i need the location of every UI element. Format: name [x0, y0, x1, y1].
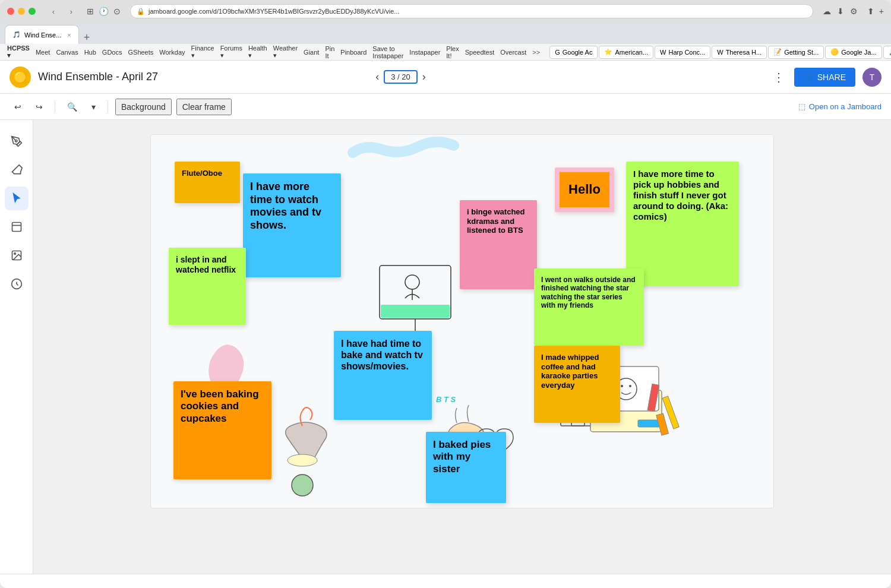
- canvas-area[interactable]: B T S 𝄞𝄞: [33, 120, 891, 574]
- bookmark-google-ja-label: Google Ja...: [841, 49, 876, 56]
- app-toolbar: 🟡 Wind Ensemble - April 27 ‹ 3 / 20 › ⋮ …: [0, 61, 891, 94]
- menu-instapaper[interactable]: Instapaper: [407, 49, 443, 56]
- open-jamboard-button[interactable]: ⬚ Open on a Jamboard: [798, 102, 881, 111]
- sticky-baked-pies[interactable]: I baked pies with my sister: [426, 432, 506, 503]
- menu-pinit[interactable]: Pin It: [323, 45, 337, 59]
- minimize-button[interactable]: [18, 8, 25, 15]
- bookmark-google-ja[interactable]: 🟡 Google Ja...: [825, 46, 881, 59]
- bookmark-wind-ense-icon: 🎵: [889, 48, 891, 56]
- svg-rect-5: [380, 265, 451, 319]
- tab-close-icon[interactable]: ×: [67, 31, 71, 39]
- window: ‹ › ⊞ 🕐 ⊙ 🔒 jamboard.google.com/d/1O9bcf…: [0, 0, 891, 588]
- menu-weather[interactable]: Weather ▾: [271, 45, 300, 59]
- reader-icon[interactable]: ⊙: [113, 7, 121, 16]
- menu-workday[interactable]: Workday: [157, 49, 187, 56]
- select-tool[interactable]: [5, 186, 29, 210]
- settings-icon[interactable]: ⚙: [850, 7, 858, 16]
- bottom-bar: [0, 574, 891, 588]
- traffic-lights: [7, 8, 36, 15]
- new-tab-button[interactable]: +: [84, 31, 90, 44]
- bookmark-theresa[interactable]: W Theresa H...: [712, 46, 767, 59]
- draw-toolbar: ↩ ↪ 🔍 ▾ Background Clear frame ⬚ Open on…: [0, 94, 891, 120]
- forward-button[interactable]: ›: [63, 5, 80, 18]
- history-icon[interactable]: 🕐: [99, 7, 109, 16]
- menu-pinboard[interactable]: Pinboard: [338, 49, 369, 56]
- page-indicator[interactable]: 3 / 20: [384, 70, 418, 84]
- main-content: B T S 𝄞𝄞: [0, 120, 891, 574]
- menu-hub[interactable]: Hub: [82, 49, 99, 56]
- sticky-bake-watch[interactable]: I have had time to bake and watch tv sho…: [334, 331, 432, 420]
- share-label: SHARE: [817, 72, 846, 82]
- bookmark-wind-ense[interactable]: 🎵 Wind Ense...: [883, 46, 891, 59]
- prev-page-button[interactable]: ‹: [375, 71, 379, 83]
- add-bookmark-icon[interactable]: +: [879, 7, 884, 16]
- more-options-button[interactable]: ⋮: [770, 68, 787, 87]
- sticky-hello[interactable]: Hello: [555, 167, 614, 212]
- sticky-watch-movies[interactable]: I have more time to watch movies and tv …: [243, 173, 341, 277]
- user-avatar[interactable]: T: [862, 68, 881, 87]
- menu-giant[interactable]: Giant: [301, 49, 321, 56]
- clear-frame-button[interactable]: Clear frame: [176, 99, 232, 115]
- menu-instapaper-save[interactable]: Save to Instapaper: [370, 45, 406, 59]
- svg-text:B T S: B T S: [436, 395, 456, 404]
- menu-finance[interactable]: Finance ▾: [189, 45, 217, 59]
- close-button[interactable]: [7, 8, 14, 15]
- fullscreen-button[interactable]: [29, 8, 36, 15]
- left-toolbar: [0, 120, 33, 574]
- pen-tool[interactable]: [5, 129, 29, 153]
- sticky-whipped-coffee[interactable]: I made whipped coffee and had karaoke pa…: [534, 346, 620, 423]
- back-button[interactable]: ‹: [45, 5, 62, 18]
- chrome-tabs-bar: 🎵 Wind Ense... × +: [0, 23, 891, 44]
- share-icon: 👤: [804, 72, 814, 82]
- background-button[interactable]: Background: [115, 99, 172, 115]
- undo-button[interactable]: ↩: [10, 100, 26, 114]
- svg-point-0: [15, 140, 17, 142]
- menu-meet[interactable]: Meet: [33, 49, 52, 56]
- svg-rect-29: [647, 384, 659, 411]
- bookmark-getting[interactable]: 📝 Getting St...: [768, 46, 824, 59]
- menu-speedtest[interactable]: Speedtest: [463, 49, 497, 56]
- next-page-button[interactable]: ›: [422, 71, 426, 83]
- bookmark-theresa-icon: W: [717, 49, 723, 56]
- tab-favicon: 🎵: [12, 31, 21, 39]
- sticky-kdramas[interactable]: i binge watched kdramas and listened to …: [460, 200, 537, 289]
- bookmark-google-ac[interactable]: G Google Ac: [549, 46, 598, 59]
- sticky-note-tool[interactable]: [5, 215, 29, 239]
- zoom-dropdown-button[interactable]: ▾: [87, 100, 100, 114]
- sticky-walks[interactable]: I went on walks outside and finished wat…: [534, 268, 644, 346]
- download-icon[interactable]: ⬇: [837, 7, 844, 16]
- menu-overcast[interactable]: Overcast: [498, 49, 529, 56]
- laser-tool[interactable]: [5, 272, 29, 296]
- share-icon[interactable]: ⬆: [867, 7, 874, 16]
- sticky-slept-in[interactable]: i slept in and watched netflix: [169, 248, 246, 325]
- bookmark-american[interactable]: ⭐ American...: [599, 46, 653, 59]
- bookmark-theresa-label: Theresa H...: [726, 49, 762, 56]
- bookmark-google-ac-label: Google Ac: [563, 49, 593, 56]
- menu-more[interactable]: >>: [530, 49, 542, 56]
- sidebar-icon[interactable]: ⊞: [87, 7, 94, 16]
- eraser-tool[interactable]: [5, 158, 29, 182]
- active-chrome-tab[interactable]: 🎵 Wind Ense... ×: [5, 25, 79, 44]
- menu-canvas[interactable]: Canvas: [53, 49, 80, 56]
- menu-gdocs[interactable]: GDocs: [100, 49, 125, 56]
- menu-hcpss[interactable]: HCPSS ▾: [5, 45, 32, 59]
- app-title: Wind Ensemble - April 27: [38, 71, 368, 83]
- url-bar[interactable]: 🔒 jamboard.google.com/d/1O9bcfwXMr3Y5ER4…: [130, 4, 813, 18]
- sticky-flute-oboe[interactable]: Flute/Oboe: [175, 162, 240, 203]
- menu-health[interactable]: Health ▾: [246, 45, 270, 59]
- menu-gsheets[interactable]: GSheets: [125, 49, 156, 56]
- share-button[interactable]: 👤 SHARE: [794, 68, 855, 87]
- redo-button[interactable]: ↪: [31, 100, 48, 114]
- zoom-button[interactable]: 🔍: [62, 100, 82, 114]
- cloud-icon[interactable]: ☁: [823, 7, 831, 16]
- image-tool[interactable]: [5, 244, 29, 267]
- menu-plex[interactable]: Plex It!: [444, 45, 461, 59]
- menu-forums[interactable]: Forums ▾: [218, 45, 245, 59]
- sticky-baking-cookies[interactable]: I've been baking cookies and cupcakes: [173, 381, 271, 479]
- svg-point-8: [405, 275, 419, 289]
- bookmark-harp-label: Harp Conc...: [669, 49, 706, 56]
- svg-point-21: [287, 454, 317, 466]
- sticky-hobbies[interactable]: I have more time to pick up hobbies and …: [626, 162, 739, 286]
- bookmark-harp[interactable]: W Harp Conc...: [655, 46, 710, 59]
- svg-rect-10: [381, 305, 450, 318]
